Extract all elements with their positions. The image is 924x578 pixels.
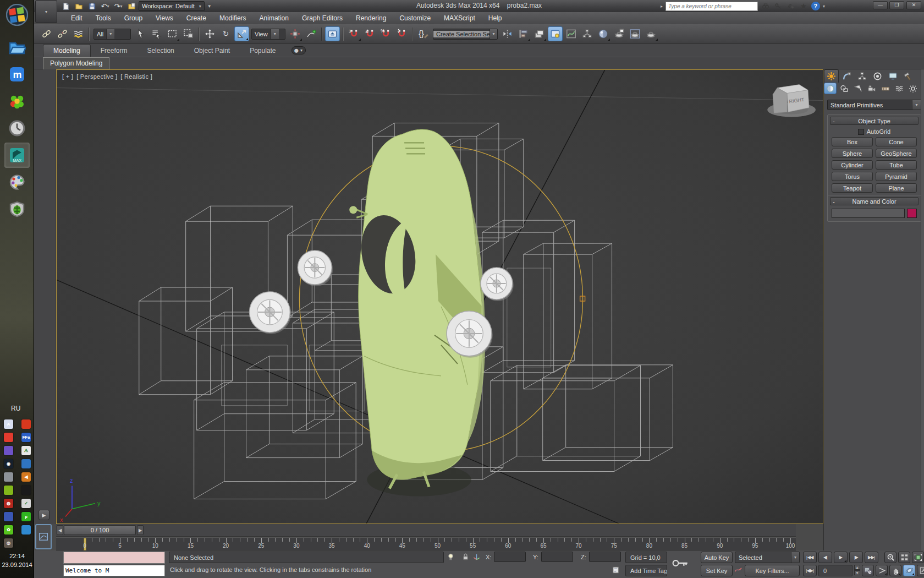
taskbar-date[interactable]: 23.09.2014 bbox=[0, 561, 34, 568]
orbit-button[interactable] bbox=[903, 565, 915, 576]
category-shapes[interactable] bbox=[838, 83, 850, 94]
close-button[interactable]: ✕ bbox=[906, 1, 921, 9]
palette-app[interactable] bbox=[4, 170, 30, 195]
save-file-button[interactable] bbox=[86, 1, 98, 12]
unlink-selection-button[interactable] bbox=[55, 26, 70, 41]
keyboard-shortcut-override-toggle-button[interactable] bbox=[325, 26, 340, 41]
category-cameras[interactable] bbox=[865, 83, 878, 94]
snaps-toggle-3d-button[interactable]: 3 bbox=[346, 26, 361, 41]
toggle-ribbon-button[interactable] bbox=[548, 26, 563, 41]
primitive-teapot-button[interactable]: Teapot bbox=[832, 183, 873, 193]
spinner-snap-toggle-button[interactable] bbox=[394, 26, 409, 41]
language-indicator[interactable]: RU bbox=[11, 405, 20, 412]
primitive-plane-button[interactable]: Plane bbox=[876, 183, 917, 193]
undo-button[interactable]: ↶▾ bbox=[99, 1, 111, 12]
absolute-mode-transform-icon[interactable] bbox=[472, 553, 481, 561]
time-slider-handle[interactable]: 0 / 100 bbox=[64, 525, 136, 535]
select-by-name-button[interactable] bbox=[149, 26, 164, 41]
viewport-scene[interactable]: RIGHTzyx bbox=[57, 70, 823, 524]
codec-tool-tray-icon[interactable] bbox=[21, 486, 31, 495]
primitive-cylinder-button[interactable]: Cylinder bbox=[832, 160, 873, 170]
communication-center-icon[interactable] bbox=[786, 2, 796, 10]
rendered-frame-window-button[interactable] bbox=[628, 26, 642, 41]
nvidia-tray-icon[interactable] bbox=[4, 486, 13, 495]
primitive-pyramid-button[interactable]: Pyramid bbox=[876, 172, 917, 181]
render-production-button[interactable] bbox=[644, 26, 658, 41]
menu-maxscript[interactable]: MAXScript bbox=[438, 13, 481, 24]
category-space-warps[interactable] bbox=[893, 83, 905, 94]
start-button[interactable] bbox=[4, 2, 30, 28]
subwoofer-tray-icon[interactable]: ◎ bbox=[4, 538, 13, 548]
material-editor-button[interactable] bbox=[596, 26, 610, 41]
time-slider-next-button[interactable]: ▶ bbox=[137, 525, 144, 535]
mirror-button[interactable] bbox=[500, 26, 515, 41]
layer-manager-button[interactable] bbox=[532, 26, 547, 41]
viewport-pov-menu[interactable]: [ Perspective ] bbox=[76, 73, 117, 80]
category-geometry[interactable] bbox=[824, 83, 837, 94]
perspective-viewport[interactable]: RIGHTzyx [ + ] [ Perspective ] [ Realist… bbox=[56, 69, 823, 524]
previous-frame-button[interactable]: ◀| bbox=[818, 552, 832, 563]
autogrid-checkbox[interactable] bbox=[858, 129, 864, 135]
key-filters-curve-icon[interactable] bbox=[734, 566, 743, 574]
icq-tray-icon[interactable]: ✿ bbox=[4, 525, 13, 535]
command-panel-scrollbar[interactable] bbox=[921, 69, 924, 550]
menu-views[interactable]: Views bbox=[150, 13, 179, 24]
minimize-ribbon-button[interactable]: ⬤▾ bbox=[292, 46, 306, 54]
window-crossing-toggle-button[interactable] bbox=[181, 26, 196, 41]
object-name-field[interactable] bbox=[832, 209, 905, 218]
help-icon[interactable]: ? bbox=[811, 2, 820, 10]
taskbar-clock[interactable]: 22:14 bbox=[0, 553, 34, 559]
set-key-button[interactable]: Set Key bbox=[701, 565, 733, 576]
time-tag-note-icon[interactable] bbox=[612, 566, 620, 574]
avira-tray-icon[interactable] bbox=[4, 433, 13, 442]
pan-view-button[interactable] bbox=[889, 565, 901, 576]
audio-device-tray-icon[interactable] bbox=[21, 459, 31, 468]
select-and-rotate-button[interactable]: ↻ bbox=[218, 26, 233, 41]
volume-tray-icon[interactable]: ◀ bbox=[21, 472, 31, 482]
maxscript-listener-line[interactable]: Welcome to M bbox=[63, 565, 165, 576]
wifi-tray-icon[interactable]: ᗑ bbox=[21, 446, 31, 455]
workspace-flyout-button[interactable]: ▼ bbox=[206, 1, 213, 12]
rectangular-selection-region-button[interactable] bbox=[165, 26, 180, 41]
schematic-view-button[interactable] bbox=[580, 26, 595, 41]
menu-group[interactable]: Group bbox=[118, 13, 148, 24]
curve-editor-button[interactable] bbox=[564, 26, 579, 41]
y-coord-field[interactable] bbox=[541, 552, 573, 562]
explorer-app[interactable] bbox=[4, 35, 30, 60]
key-mode-toggle-button[interactable]: |◀▶| bbox=[803, 565, 817, 576]
angle-snap-toggle-button[interactable] bbox=[362, 26, 377, 41]
reference-coordinate-system-dropdown[interactable]: View▾ bbox=[251, 29, 285, 40]
project-folder-button[interactable] bbox=[125, 1, 138, 12]
play-animation-button[interactable]: ▶ bbox=[834, 552, 848, 563]
new-scene-button[interactable] bbox=[59, 1, 72, 12]
menu-create[interactable]: Create bbox=[180, 13, 212, 24]
frame-spinner[interactable]: ▲▼ bbox=[854, 565, 860, 576]
search-input[interactable] bbox=[666, 2, 758, 11]
capture-tool-tray-icon[interactable] bbox=[4, 472, 13, 482]
application-menu-button[interactable]: ▾ bbox=[35, 0, 57, 23]
render-setup-button[interactable] bbox=[612, 26, 626, 41]
menu-customize[interactable]: Customize bbox=[393, 13, 437, 24]
current-frame-field[interactable]: 0 bbox=[818, 565, 853, 576]
menu-rendering[interactable]: Rendering bbox=[350, 13, 392, 24]
add-time-tag[interactable]: Add Time Tag bbox=[625, 565, 667, 576]
menu-modifiers[interactable]: Modifiers bbox=[213, 13, 252, 24]
set-keys-big-key-icon[interactable] bbox=[671, 556, 690, 570]
key-mode-dropdown[interactable]: Selected ▾ bbox=[735, 552, 800, 563]
polygon-modeling-panel-tab[interactable]: Polygon Modeling bbox=[43, 57, 109, 69]
infocenter-expand-icon[interactable]: ▸ bbox=[661, 4, 663, 9]
remote-desktop-tray-icon[interactable] bbox=[21, 525, 31, 535]
utorrent-tray-icon[interactable]: µ bbox=[21, 512, 31, 521]
isolate-selection-icon[interactable] bbox=[447, 553, 455, 561]
redo-button[interactable]: ↷▾ bbox=[112, 1, 124, 12]
align-button[interactable] bbox=[516, 26, 531, 41]
select-and-manipulate-button[interactable] bbox=[304, 26, 318, 41]
minimize-button[interactable]: — bbox=[873, 1, 888, 9]
category-helpers[interactable] bbox=[879, 83, 892, 94]
select-object-button[interactable] bbox=[133, 26, 148, 41]
ribbon-tab-object-paint[interactable]: Object Paint bbox=[184, 45, 240, 57]
open-file-button[interactable] bbox=[73, 1, 85, 12]
panel-tab-modify[interactable] bbox=[839, 69, 854, 83]
time-configuration-button[interactable] bbox=[862, 565, 874, 576]
time-slider-previous-button[interactable]: ◀ bbox=[57, 525, 63, 535]
